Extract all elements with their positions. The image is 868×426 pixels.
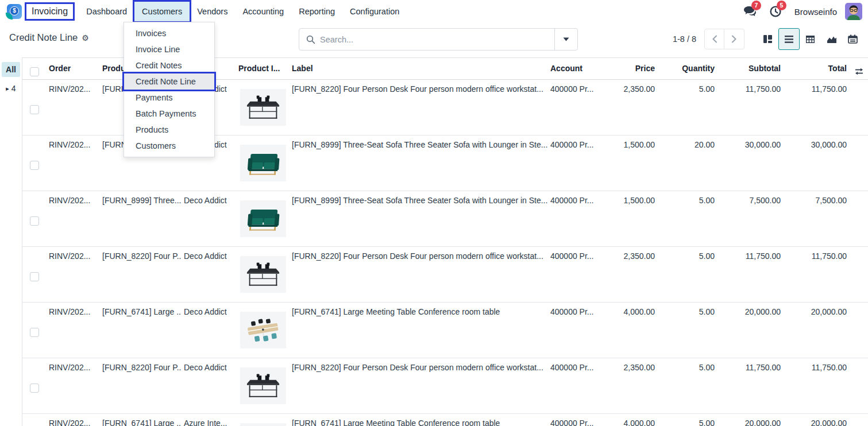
column-subtotal[interactable]: Subtotal [717,58,783,79]
user-avatar[interactable] [845,3,862,20]
cell-order[interactable]: RINV/202... [47,191,100,246]
view-button-kanban[interactable] [757,28,778,50]
cell-partner[interactable]: Azure Inte... [182,414,236,426]
cell-total[interactable]: 11,750.00 [783,80,849,135]
cell-label[interactable]: [FURN_6741] Large Meeting Table Conferen… [290,303,548,358]
view-button-calendar[interactable] [842,28,863,50]
cell-quantity[interactable]: 5.00 [657,80,717,135]
cell-product-image[interactable] [236,358,290,413]
cell-order[interactable]: RINV/202... [47,303,100,358]
cell-product[interactable]: [FURN_8220] Four P... [100,358,182,413]
cell-total[interactable]: 11,750.00 [783,358,849,413]
cell-price[interactable]: 2,350.00 [608,247,657,302]
cell-label[interactable]: [FURN_6741] Large Meeting Table Conferen… [290,414,548,426]
cell-product-image[interactable] [236,80,290,135]
cell-account[interactable]: 400000 Pr... [548,80,608,135]
cell-price[interactable]: 1,500.00 [608,191,657,246]
search-filters-dropdown-button[interactable] [554,29,577,50]
action-gear-icon[interactable]: ⚙ [82,33,89,42]
table-row[interactable]: RINV/202... [FURN_6741] Large ... Azure … [22,414,868,426]
cell-order[interactable]: RINV/202... [47,80,100,135]
cell-subtotal[interactable]: 11,750.00 [717,80,783,135]
cell-label[interactable]: [FURN_8220] Four Person Desk Four person… [290,358,548,413]
cell-partner[interactable]: Deco Addict [182,358,236,413]
dropdown-item-credit-note-line[interactable]: Credit Note Line [124,73,214,90]
row-checkbox[interactable] [30,384,39,393]
cell-product-image[interactable] [236,414,290,426]
table-row[interactable]: RINV/202... [FURN_6741] Large ... Deco A… [22,303,868,358]
cell-order[interactable]: RINV/202... [47,358,100,413]
cell-price[interactable]: 4,000.00 [608,414,657,426]
topbar-menu-vendors[interactable]: Vendors [190,2,235,21]
topbar-menu-customers[interactable]: Customers [134,2,190,21]
optional-columns-button[interactable] [849,58,868,79]
column-label[interactable]: Label [290,58,548,79]
table-row[interactable]: RINV/202... [FURN_8999] Three... Deco Ad… [22,191,868,247]
cell-quantity[interactable]: 5.00 [657,358,717,413]
pager-next-button[interactable] [724,29,744,49]
dropdown-item-invoice-line[interactable]: Invoice Line [124,41,214,57]
cell-product[interactable]: [FURN_6741] Large ... [100,303,182,358]
cell-account[interactable]: 400000 Pr... [548,414,608,426]
cell-total[interactable]: 20,000.00 [783,414,849,426]
row-checkbox[interactable] [30,216,39,226]
row-checkbox[interactable] [30,105,39,114]
cell-subtotal[interactable]: 20,000.00 [717,414,783,426]
cell-price[interactable]: 2,350.00 [608,358,657,413]
cell-subtotal[interactable]: 11,750.00 [717,247,783,302]
group-all-tab[interactable]: All [2,62,20,77]
column-product-image[interactable]: Product I... [236,58,290,79]
cell-total[interactable]: 11,750.00 [783,247,849,302]
dropdown-item-customers[interactable]: Customers [124,138,214,154]
cell-partner[interactable]: Deco Addict [182,303,236,358]
dropdown-item-invoices[interactable]: Invoices [124,25,214,41]
cell-price[interactable]: 2,350.00 [608,80,657,135]
app-menu-invoicing[interactable]: Invoicing [26,4,73,19]
cell-subtotal[interactable]: 20,000.00 [717,303,783,358]
cell-product-image[interactable] [236,303,290,358]
cell-total[interactable]: 7,500.00 [783,191,849,246]
row-checkbox[interactable] [30,272,39,281]
invoicing-app-icon[interactable]: $ [7,4,22,19]
view-button-graph[interactable] [821,28,842,50]
cell-account[interactable]: 400000 Pr... [548,191,608,246]
pager-previous-button[interactable] [704,29,724,49]
cell-product-image[interactable] [236,135,290,191]
cell-account[interactable]: 400000 Pr... [548,247,608,302]
group-expander[interactable]: ▸ 4 [0,84,22,93]
cell-account[interactable]: 400000 Pr... [548,135,608,191]
dropdown-item-credit-notes[interactable]: Credit Notes [124,57,214,73]
column-account[interactable]: Account [548,58,608,79]
select-all-checkbox[interactable] [30,67,39,76]
column-quantity[interactable]: Quantity [657,58,717,79]
cell-label[interactable]: [FURN_8220] Four Person Desk Four person… [290,80,548,135]
cell-order[interactable]: RINV/202... [47,247,100,302]
cell-subtotal[interactable]: 30,000.00 [717,135,783,191]
cell-label[interactable]: [FURN_8999] Three-Seat Sofa Three Seater… [290,191,548,246]
column-price[interactable]: Price [608,58,657,79]
cell-partner[interactable]: Deco Addict [182,191,236,246]
topbar-menu-configuration[interactable]: Configuration [342,2,407,21]
cell-total[interactable]: 30,000.00 [783,135,849,191]
cell-subtotal[interactable]: 7,500.00 [717,191,783,246]
search-input[interactable] [320,35,554,44]
cell-quantity[interactable]: 20.00 [657,135,717,191]
cell-label[interactable]: [FURN_8999] Three-Seat Sofa Three Seater… [290,135,548,191]
table-row[interactable]: RINV/202... [FURN_8220] Four P... Deco A… [22,358,868,414]
user-name[interactable]: Browseinfo [794,7,837,17]
cell-quantity[interactable]: 5.00 [657,414,717,426]
cell-product[interactable]: [FURN_8220] Four P... [100,247,182,302]
cell-partner[interactable]: Deco Addict [182,247,236,302]
dropdown-item-products[interactable]: Products [124,122,214,138]
view-button-list[interactable] [778,28,800,50]
topbar-menu-reporting[interactable]: Reporting [291,2,342,21]
column-order[interactable]: Order [47,58,100,79]
messages-button[interactable]: 7 [742,4,759,19]
cell-quantity[interactable]: 5.00 [657,303,717,358]
cell-order[interactable]: RINV/202... [47,135,100,191]
row-checkbox[interactable] [30,328,39,337]
cell-account[interactable]: 400000 Pr... [548,358,608,413]
cell-price[interactable]: 4,000.00 [608,303,657,358]
column-total[interactable]: Total [783,58,849,79]
cell-total[interactable]: 20,000.00 [783,303,849,358]
